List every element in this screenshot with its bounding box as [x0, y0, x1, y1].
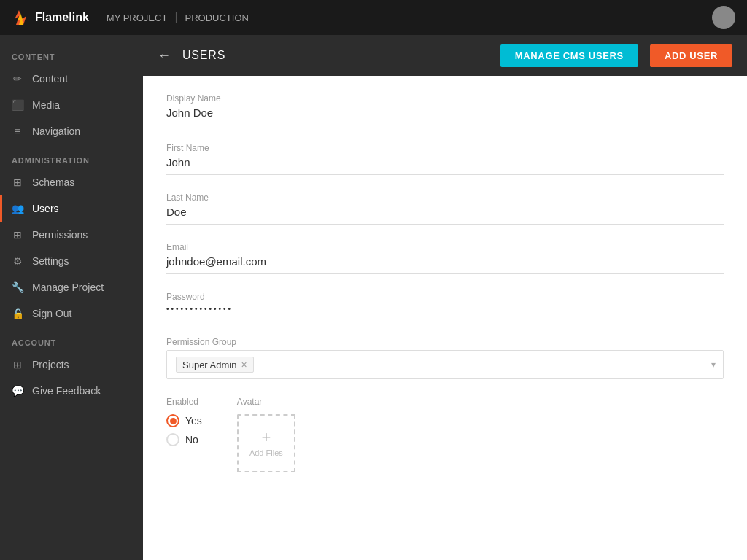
manage-project-icon: 🔧	[12, 281, 23, 293]
sidebar-item-schemas[interactable]: ⊞ Schemas	[0, 169, 143, 195]
permission-chip: Super Admin ×	[176, 357, 254, 373]
first-name-value[interactable]: John	[166, 156, 724, 175]
add-user-button[interactable]: ADD USER	[650, 44, 732, 67]
email-value[interactable]: johndoe@email.com	[166, 255, 724, 274]
email-field: Email johndoe@email.com	[166, 242, 724, 274]
sidebar-item-content[interactable]: ✏ Content	[0, 66, 143, 92]
give-feedback-icon: 💬	[12, 385, 23, 397]
radio-no-circle	[166, 433, 179, 446]
sidebar-item-users-label: Users	[32, 203, 59, 214]
page-header: ← USERS MANAGE CMS USERS ADD USER	[143, 35, 747, 76]
first-name-label: First Name	[166, 143, 724, 153]
permission-chip-label: Super Admin	[182, 359, 236, 370]
password-label: Password	[166, 292, 724, 302]
avatar-plus-icon: +	[261, 429, 271, 446]
sidebar-item-navigation-label: Navigation	[32, 125, 80, 137]
sidebar-section-account: ACCOUNT	[0, 327, 143, 351]
last-name-field: Last Name Doe	[166, 192, 724, 225]
radio-yes-circle	[166, 414, 179, 427]
project-label: MY PROJECT	[107, 12, 168, 23]
env-label: PRODUCTION	[185, 12, 249, 23]
sidebar-item-sign-out[interactable]: 🔒 Sign Out	[0, 300, 143, 327]
last-name-value[interactable]: Doe	[166, 206, 724, 225]
content-icon: ✏	[12, 73, 23, 85]
sidebar-item-manage-project[interactable]: 🔧 Manage Project	[0, 274, 143, 300]
manage-cms-users-button[interactable]: MANAGE CMS USERS	[500, 44, 638, 67]
sidebar-item-users[interactable]: 👥 Users	[0, 195, 143, 222]
password-field: Password ••••••••••••••	[166, 292, 724, 319]
sidebar: CONTENT ✏ Content ⬛ Media ≡ Navigation A…	[0, 35, 143, 560]
users-icon: 👥	[12, 203, 23, 214]
display-name-field: Display Name John Doe	[166, 93, 724, 125]
last-name-label: Last Name	[166, 192, 724, 203]
sidebar-section-administration: ADMINISTRATION	[0, 144, 143, 169]
sidebar-item-give-feedback[interactable]: 💬 Give Feedback	[0, 378, 143, 404]
sidebar-item-media-label: Media	[32, 99, 60, 111]
email-label: Email	[166, 242, 724, 252]
avatar-upload-text: Add Files	[249, 448, 283, 457]
flame-logo-icon	[12, 9, 29, 26]
first-name-field: First Name John	[166, 143, 724, 175]
password-value[interactable]: ••••••••••••••	[166, 305, 724, 319]
sidebar-section-content: CONTENT	[0, 41, 143, 66]
avatar-label: Avatar	[237, 397, 295, 407]
settings-icon: ⚙	[12, 255, 23, 267]
sidebar-item-projects-label: Projects	[32, 359, 69, 370]
sign-out-icon: 🔒	[12, 308, 23, 319]
avatar-upload-button[interactable]: + Add Files	[237, 414, 295, 472]
enabled-label: Enabled	[166, 397, 202, 407]
permission-group-inner: Super Admin ×	[176, 357, 697, 373]
back-button[interactable]: ←	[158, 48, 171, 63]
sidebar-item-schemas-label: Schemas	[32, 176, 74, 188]
radio-no-label: No	[185, 434, 198, 446]
sidebar-item-sign-out-label: Sign Out	[32, 308, 71, 319]
page-title: USERS	[182, 49, 489, 62]
brand-name: Flamelink	[35, 11, 89, 24]
sidebar-item-settings-label: Settings	[32, 255, 69, 267]
radio-no[interactable]: No	[166, 433, 202, 446]
media-icon: ⬛	[12, 99, 23, 111]
navigation-icon: ≡	[12, 125, 23, 137]
topbar-divider: |	[174, 11, 177, 24]
sidebar-item-projects[interactable]: ⊞ Projects	[0, 351, 143, 378]
sidebar-item-content-label: Content	[32, 73, 68, 85]
sidebar-item-permissions-label: Permissions	[32, 229, 88, 241]
projects-icon: ⊞	[12, 359, 23, 370]
logo: Flamelink	[12, 9, 89, 26]
permission-group-select[interactable]: Super Admin × ▾	[166, 350, 724, 379]
form-area: Display Name John Doe First Name John La…	[143, 76, 747, 560]
permissions-icon: ⊞	[12, 229, 23, 241]
display-name-value[interactable]: John Doe	[166, 106, 724, 125]
avatar[interactable]	[712, 6, 735, 29]
sidebar-item-manage-project-label: Manage Project	[32, 281, 104, 293]
display-name-label: Display Name	[166, 93, 724, 104]
radio-yes-dot	[170, 418, 177, 424]
main-layout: CONTENT ✏ Content ⬛ Media ≡ Navigation A…	[0, 35, 747, 560]
sidebar-item-settings[interactable]: ⚙ Settings	[0, 248, 143, 274]
radio-yes[interactable]: Yes	[166, 414, 202, 427]
sidebar-item-permissions[interactable]: ⊞ Permissions	[0, 222, 143, 248]
sidebar-item-give-feedback-label: Give Feedback	[32, 385, 101, 397]
topbar: Flamelink MY PROJECT | PRODUCTION	[0, 0, 747, 35]
dropdown-arrows-icon: ▾	[711, 359, 716, 370]
chip-remove-button[interactable]: ×	[241, 359, 247, 370]
schemas-icon: ⊞	[12, 176, 23, 188]
content-area: ← USERS MANAGE CMS USERS ADD USER Displa…	[143, 35, 747, 560]
permission-group-field: Permission Group Super Admin × ▾	[166, 337, 724, 379]
sidebar-item-media[interactable]: ⬛ Media	[0, 92, 143, 118]
enabled-section: Enabled Yes No	[166, 397, 202, 472]
permission-group-label: Permission Group	[166, 337, 724, 347]
bottom-row: Enabled Yes No Avatar +	[166, 397, 724, 472]
sidebar-item-navigation[interactable]: ≡ Navigation	[0, 118, 143, 144]
radio-yes-label: Yes	[185, 415, 202, 427]
avatar-section: Avatar + Add Files	[237, 397, 295, 472]
